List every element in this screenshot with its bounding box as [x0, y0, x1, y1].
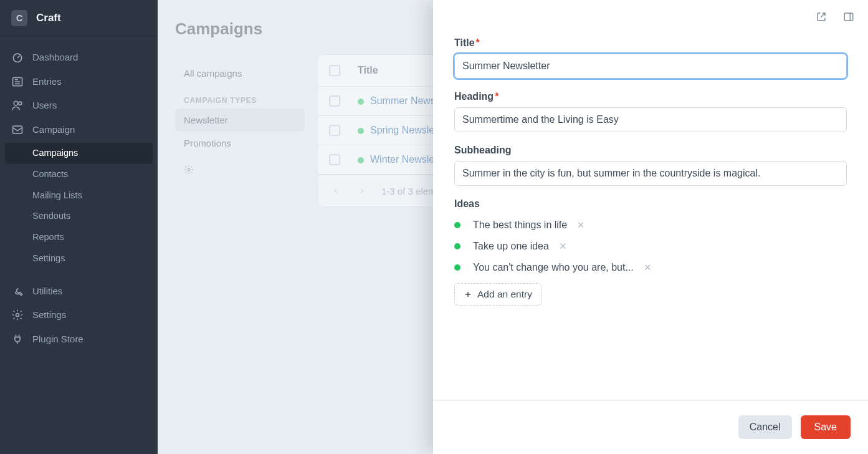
nav-label: Dashboard	[32, 51, 78, 65]
nav-dashboard[interactable]: Dashboard	[0, 46, 158, 70]
save-button[interactable]: Save	[801, 415, 851, 439]
nav-sub-sendouts[interactable]: Sendouts	[0, 206, 158, 227]
add-entry-label: Add an entry	[477, 289, 532, 300]
wrench-icon	[11, 285, 24, 297]
idea-entry[interactable]: The best things in life ✕	[454, 215, 847, 236]
gear-icon	[11, 309, 24, 321]
brand-logo: C	[11, 10, 27, 26]
edit-slideout: Title* Heading* Subheading Ideas The bes…	[433, 0, 868, 454]
idea-title: Take up one idea	[473, 241, 549, 252]
primary-nav: Dashboard Entries Users Campaign Campaig…	[0, 37, 158, 360]
title-input[interactable]	[454, 54, 847, 79]
nav-label: Settings	[32, 308, 66, 322]
brand-name: Craft	[36, 12, 61, 24]
title-label: Title*	[454, 37, 847, 49]
nav-label: Entries	[32, 75, 62, 89]
slideout-header	[433, 0, 868, 34]
svg-rect-8	[844, 13, 853, 21]
svg-point-5	[16, 314, 19, 317]
status-dot-icon	[454, 243, 460, 249]
open-new-tab-button[interactable]	[813, 9, 829, 25]
idea-entry[interactable]: Take up one idea ✕	[454, 236, 847, 257]
svg-point-3	[19, 102, 22, 105]
nav-sub-settings[interactable]: Settings	[0, 248, 158, 269]
remove-entry-button[interactable]: ✕	[559, 241, 567, 252]
nav-label: Plugin Store	[32, 332, 83, 347]
nav-sub-reports[interactable]: Reports	[0, 227, 158, 248]
envelope-icon	[11, 123, 24, 136]
nav-label: Campaign	[32, 123, 75, 137]
subheading-label: Subheading	[454, 145, 847, 156]
nav-sub-mailing-lists[interactable]: Mailing Lists	[0, 185, 158, 206]
nav-plugin-store[interactable]: Plugin Store	[0, 327, 158, 352]
idea-title: The best things in life	[473, 220, 567, 231]
nav-label: Utilities	[32, 284, 62, 299]
toggle-sidebar-button[interactable]	[841, 9, 857, 25]
field-heading: Heading*	[454, 91, 847, 132]
newspaper-icon	[11, 75, 24, 88]
panel-right-icon	[843, 11, 854, 22]
remove-entry-button[interactable]: ✕	[577, 220, 585, 231]
sidebar: C Craft Dashboard Entries Users Campaign…	[0, 0, 158, 454]
nav-users[interactable]: Users	[0, 94, 158, 118]
idea-title: You can't change who you are, but...	[473, 262, 634, 273]
nav-label: Users	[32, 99, 57, 113]
nav-sub-contacts[interactable]: Contacts	[0, 164, 158, 185]
subheading-input[interactable]	[454, 161, 847, 186]
field-title: Title*	[454, 37, 847, 79]
heading-input[interactable]	[454, 107, 847, 132]
ideas-label: Ideas	[454, 198, 847, 210]
required-indicator: *	[495, 91, 498, 102]
required-indicator: *	[476, 37, 480, 48]
idea-entry[interactable]: You can't change who you are, but... ✕	[454, 257, 847, 278]
nav-campaign[interactable]: Campaign	[0, 118, 158, 142]
status-dot-icon	[454, 222, 460, 228]
field-subheading: Subheading	[454, 145, 847, 186]
cancel-button[interactable]: Cancel	[738, 415, 792, 439]
brand[interactable]: C Craft	[0, 0, 158, 37]
svg-rect-4	[13, 126, 22, 133]
nav-campaign-sub: Campaigns Contacts Mailing Lists Sendout…	[0, 142, 158, 271]
add-entry-button[interactable]: Add an entry	[454, 283, 541, 306]
plus-icon	[464, 290, 472, 299]
external-link-icon	[816, 11, 827, 22]
nav-entries[interactable]: Entries	[0, 70, 158, 94]
remove-entry-button[interactable]: ✕	[644, 262, 652, 273]
nav-utilities[interactable]: Utilities	[0, 279, 158, 304]
slideout-body: Title* Heading* Subheading Ideas The bes…	[433, 34, 868, 400]
slideout-footer: Cancel Save	[433, 400, 868, 454]
nav-sub-campaigns[interactable]: Campaigns	[5, 143, 153, 164]
plug-icon	[11, 333, 24, 345]
heading-label: Heading*	[454, 91, 847, 102]
nav-settings[interactable]: Settings	[0, 303, 158, 327]
svg-point-2	[14, 102, 18, 106]
status-dot-icon	[454, 264, 460, 271]
gauge-icon	[11, 51, 24, 64]
users-icon	[11, 99, 24, 112]
field-ideas: Ideas The best things in life ✕ Take up …	[454, 198, 847, 306]
